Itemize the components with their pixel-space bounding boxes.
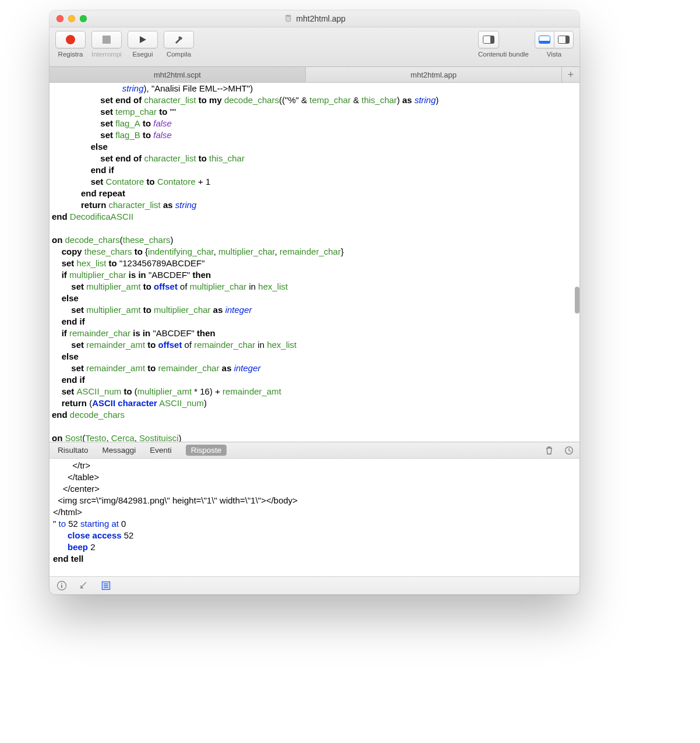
view-label: Vista (535, 51, 574, 58)
stop-label: Interrompi (91, 51, 122, 58)
bundle-contents-button[interactable] (478, 31, 499, 48)
stop-button[interactable] (91, 31, 122, 48)
app-window: mht2html.app Registra Interrompi (50, 10, 579, 594)
results-tab-risultato[interactable]: Risultato (58, 446, 89, 455)
view-split-button[interactable] (535, 31, 554, 48)
results-output: </tr> </table> </center> <img src=\"img/… (53, 460, 576, 565)
results-tab-risposte[interactable]: Risposte (186, 445, 227, 456)
info-icon[interactable] (56, 580, 67, 591)
svg-marker-0 (140, 36, 146, 43)
results-panel-header: Risultato Messaggi Eventi Risposte (50, 442, 579, 459)
stop-icon (102, 36, 111, 44)
record-button[interactable] (55, 31, 86, 48)
compile-button[interactable] (164, 31, 194, 48)
record-icon (66, 35, 75, 44)
tab-mht2html-app[interactable]: mht2html.app (306, 67, 562, 82)
results-tab-messaggi[interactable]: Messaggi (102, 446, 136, 455)
clock-icon[interactable] (564, 446, 574, 455)
svg-rect-7 (565, 36, 569, 43)
tab-mht2html-scpt[interactable]: mht2html.scpt (50, 67, 306, 82)
split-bottom-icon (539, 36, 550, 44)
record-label: Registra (55, 51, 86, 58)
toolbar-left-group: Registra Interrompi Esegui (55, 31, 194, 58)
document-tabbar: mht2html.scpt mht2html.app + (50, 67, 579, 83)
statusbar (50, 576, 579, 594)
hammer-icon (174, 34, 184, 45)
svg-rect-5 (539, 41, 550, 43)
tab-label: mht2html.app (411, 71, 457, 79)
view-side-button[interactable] (554, 31, 574, 48)
toolbar-right-group: Contenuti bundle (478, 31, 574, 58)
svg-rect-11 (61, 585, 62, 588)
title-bar: mht2html.app (50, 10, 579, 27)
run-label: Esegui (128, 51, 158, 58)
play-icon (138, 35, 147, 44)
window-title-text: mht2html.app (296, 14, 346, 23)
compile-label: Compila (164, 51, 194, 58)
sidebar-icon (483, 36, 494, 44)
svg-point-10 (61, 583, 62, 584)
sidebar-right-icon (558, 36, 570, 44)
results-tab-eventi[interactable]: Eventi (150, 446, 172, 455)
toolbar: Registra Interrompi Esegui (50, 27, 579, 67)
script-icon (284, 14, 293, 23)
script-source[interactable]: string), "Analisi File EML-->MHT") set e… (52, 83, 577, 442)
window-title: mht2html.app (50, 14, 579, 23)
svg-rect-3 (490, 36, 494, 43)
tab-label: mht2html.scpt (154, 71, 201, 79)
new-tab-button[interactable]: + (562, 67, 579, 82)
vertical-scrollbar-thumb[interactable] (575, 287, 579, 314)
results-panel-body[interactable]: </tr> </table> </center> <img src=\"img/… (50, 459, 579, 576)
script-editor-area[interactable]: string), "Analisi File EML-->MHT") set e… (50, 83, 579, 442)
send-icon[interactable] (79, 580, 89, 591)
trash-icon[interactable] (545, 446, 554, 455)
bundle-label: Contenuti bundle (478, 51, 529, 58)
list-icon[interactable] (101, 580, 111, 591)
run-button[interactable] (128, 31, 158, 48)
